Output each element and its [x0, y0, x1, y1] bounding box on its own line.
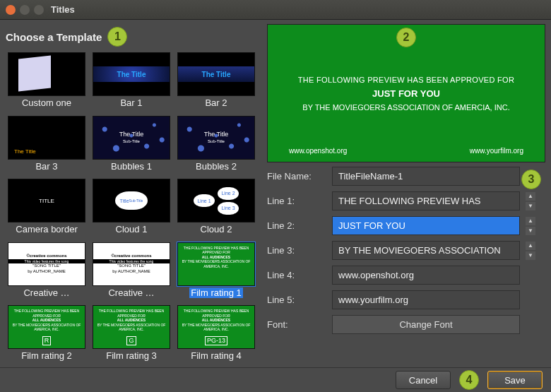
thumb-text: TitleSub-Title	[115, 191, 148, 210]
template-thumb: TITLE	[8, 179, 85, 222]
rating-box: R	[42, 336, 52, 346]
title-form: File Name: Line 1: ▲▼ Line 2: ▲▼ Line 3:…	[267, 167, 540, 334]
template-thumb: The TitleSub-Title	[93, 116, 170, 160]
cancel-button[interactable]: Cancel	[396, 371, 451, 389]
line3-label: Line 3:	[267, 245, 326, 256]
stepper-up-icon[interactable]: ▲	[526, 242, 535, 250]
template-item[interactable]: THE FOLLOWING PREVIEW HAS BEEN APPROVED …	[175, 305, 257, 367]
maximize-icon[interactable]	[34, 5, 44, 15]
template-name: Film rating 2	[21, 350, 72, 361]
template-name: Film rating 3	[106, 350, 157, 361]
template-item[interactable]: The TitleSub-Title Bubbles 1	[90, 116, 172, 178]
template-item[interactable]: THE FOLLOWING PREVIEW HAS BEEN APPROVED …	[6, 305, 88, 367]
template-item[interactable]: The TitleSub-Title Bubbles 2	[175, 116, 257, 178]
line4-input[interactable]	[332, 266, 520, 285]
template-thumb: THE FOLLOWING PREVIEW HAS BEEN APPROVED …	[177, 242, 255, 286]
rating-box: G	[126, 336, 136, 346]
thumb-text: The Title	[93, 66, 170, 82]
change-font-button[interactable]: Change Font	[332, 315, 520, 334]
close-icon[interactable]	[6, 5, 16, 15]
window-controls	[6, 5, 44, 15]
template-item[interactable]: ©creative commons This video features th…	[6, 242, 88, 304]
template-thumb: ©creative commons This video features th…	[8, 242, 85, 286]
filename-label: File Name:	[267, 171, 326, 182]
thumb-text: THE FOLLOWING PREVIEW HAS BEEN APPROVED …	[179, 309, 253, 318]
stepper-up-icon[interactable]: ▲	[526, 217, 535, 225]
line2-input[interactable]	[332, 216, 520, 235]
save-button[interactable]: Save	[487, 371, 543, 389]
template-item[interactable]: The Title Bar 1	[90, 52, 172, 114]
template-item[interactable]: TITLE Camera border	[6, 179, 88, 241]
template-name: Bar 1	[120, 97, 142, 108]
choose-template-heading: Choose a Template 1	[6, 24, 261, 52]
template-item-selected[interactable]: THE FOLLOWING PREVIEW HAS BEEN APPROVED …	[175, 242, 257, 304]
annotation-badge-2: 2	[396, 28, 416, 47]
filename-input[interactable]	[332, 167, 520, 186]
thumb-text: ©creative commons	[26, 254, 66, 259]
preview-url-right: www.yourfilm.org	[470, 147, 523, 155]
titlebar: Titles	[0, 0, 551, 20]
template-item[interactable]: The Title Bar 3	[6, 116, 88, 178]
thumb-text: "SONG TITLE"by AUTHOR_NAME	[28, 263, 66, 275]
line1-stepper[interactable]: ▲▼	[526, 192, 540, 210]
preview-line3: BY THE MOVIEGOERS ASSOCIATION OF AMERCIA…	[302, 103, 509, 112]
thumb-text: BY THE MOVIEGOERS ASSOCIATION OF AMERICA…	[179, 323, 253, 332]
template-thumb: Line 1 Line 2 Line 3	[177, 179, 255, 222]
template-panel: Choose a Template 1 Custom one The Title…	[6, 24, 261, 367]
preview-footer: www.openshot.org www.yourfilm.org	[268, 147, 545, 155]
thumb-text: BY THE MOVIEGOERS ASSOCIATION OF AMERICA…	[10, 323, 83, 332]
template-name: Bar 2	[205, 97, 227, 108]
template-item[interactable]: TitleSub-Title Cloud 1	[90, 179, 172, 241]
thumb-text: "SONG TITLE"by AUTHOR_NAME	[112, 263, 150, 275]
template-name: Creative …	[23, 287, 69, 298]
stepper-down-icon[interactable]: ▼	[526, 251, 535, 260]
thumb-text: BY THE MOVIEGOERS ASSOCIATION OF AMERICA…	[95, 323, 168, 332]
dialog-buttons: Cancel 4 Save	[0, 367, 551, 392]
line3-input[interactable]	[332, 241, 520, 260]
thumb-text: TITLE	[39, 198, 54, 204]
template-item[interactable]: Custom one	[6, 52, 88, 114]
line3-stepper[interactable]: ▲▼	[526, 242, 540, 260]
thumb-text: ©creative commons	[111, 254, 151, 259]
template-grid[interactable]: Custom one The Title Bar 1 The Title Bar…	[6, 52, 261, 367]
form-wrap: 3 File Name: Line 1: ▲▼ Line 2: ▲▼ Line …	[267, 167, 545, 367]
template-thumb: The Title	[177, 52, 255, 96]
thumb-text: Line 3	[218, 202, 239, 215]
template-name: Custom one	[22, 97, 71, 108]
template-thumb: The Title	[8, 116, 85, 160]
thumb-text: The Title	[8, 148, 36, 155]
window-title: Titles	[51, 4, 75, 15]
title-preview: 2 THE FOLLOWING PREVIEW HAS BEEN APPROVE…	[267, 24, 545, 162]
form-scroll[interactable]: File Name: Line 1: ▲▼ Line 2: ▲▼ Line 3:…	[267, 167, 545, 367]
template-thumb: The TitleSub-Title	[177, 116, 255, 160]
thumb-text: Line 1	[194, 194, 215, 207]
template-item[interactable]: THE FOLLOWING PREVIEW HAS BEEN APPROVED …	[90, 305, 172, 367]
stepper-down-icon[interactable]: ▼	[526, 227, 535, 235]
template-thumb: THE FOLLOWING PREVIEW HAS BEEN APPROVED …	[93, 305, 170, 349]
preview-line1: THE FOLLOWING PREVIEW HAS BEEN APPROVED …	[298, 76, 514, 84]
annotation-badge-4: 4	[459, 370, 479, 390]
template-name: Film rating 4	[191, 350, 242, 361]
template-name: Film rating 1	[189, 287, 243, 298]
thumb-text: BY THE MOVIEGOERS ASSOCIATION OF AMERICA…	[179, 259, 253, 268]
main-area: Choose a Template 1 Custom one The Title…	[0, 20, 551, 367]
template-thumb: The Title	[93, 52, 170, 96]
line5-label: Line 5:	[267, 295, 326, 305]
preview-url-left: www.openshot.org	[289, 147, 347, 155]
template-item[interactable]: Line 1 Line 2 Line 3 Cloud 2	[175, 179, 257, 241]
stepper-up-icon[interactable]: ▲	[526, 192, 535, 201]
thumb-text: The TitleSub-Title	[119, 131, 144, 144]
thumb-text: The TitleSub-Title	[204, 131, 229, 144]
line1-label: Line 1:	[267, 196, 326, 206]
template-thumb: THE FOLLOWING PREVIEW HAS BEEN APPROVED …	[8, 305, 85, 349]
template-item[interactable]: The Title Bar 2	[175, 52, 257, 114]
line2-stepper[interactable]: ▲▼	[526, 217, 540, 235]
template-item[interactable]: ©creative commons This video features th…	[90, 242, 172, 304]
stepper-down-icon[interactable]: ▼	[526, 202, 535, 210]
line1-input[interactable]	[332, 191, 520, 210]
template-name: Cloud 1	[116, 224, 148, 234]
minimize-icon[interactable]	[20, 5, 30, 15]
line4-label: Line 4:	[267, 270, 326, 280]
line5-input[interactable]	[332, 290, 520, 309]
template-name: Camera border	[16, 224, 77, 234]
